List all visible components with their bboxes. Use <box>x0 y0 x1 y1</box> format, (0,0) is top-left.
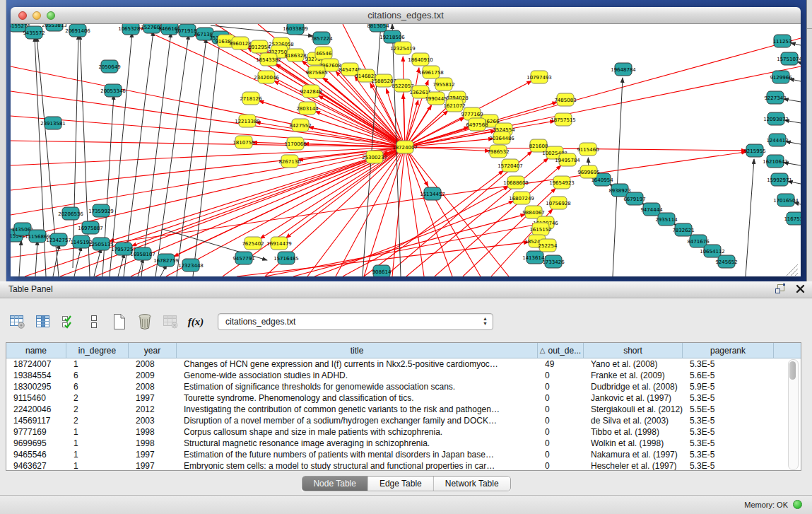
graph-node[interactable]: 8267130 <box>278 155 300 168</box>
graph-node[interactable]: 9699695 <box>577 165 599 178</box>
graph-node[interactable]: 20691406 <box>65 24 90 37</box>
graph-node[interactable]: 17359929 <box>88 204 114 217</box>
graph-node[interactable]: 1170066 <box>284 137 307 150</box>
table-cell[interactable]: 9699695 <box>6 438 66 449</box>
table-row[interactable]: 1456911722003Disruption of a novel membe… <box>6 415 801 426</box>
table-header-row[interactable]: namein_degreeyeartitle△out_de...shortpag… <box>6 343 801 358</box>
table-cell[interactable]: 2012 <box>129 404 177 415</box>
graph-node[interactable]: 18640910 <box>408 53 433 66</box>
table-cell[interactable]: 18300295 <box>6 381 66 392</box>
node-attribute-table[interactable]: namein_degreeyeartitle△out_de...shortpag… <box>6 342 801 471</box>
table-cell[interactable]: 1 <box>66 358 129 370</box>
table-cell[interactable]: de Silva et al. (2003) <box>584 415 683 426</box>
table-row[interactable]: 946362711997Embryonic stem cells: a mode… <box>6 460 801 471</box>
table-cell[interactable]: 49 <box>538 358 584 370</box>
table-cell[interactable]: 9115460 <box>6 392 66 404</box>
table-cell[interactable]: 18724007 <box>6 358 66 370</box>
table-settings-icon[interactable] <box>7 312 28 332</box>
table-cell[interactable]: Disruption of a novel member of a sodium… <box>177 415 538 426</box>
function-builder-icon[interactable]: f(x) <box>185 312 206 332</box>
graph-node[interactable]: 9227343 <box>764 91 786 104</box>
graph-node[interactable]: 20206536 <box>58 207 83 220</box>
network-canvas[interactable]: 1615527694355722055381320691406106532871… <box>11 24 801 276</box>
graph-node[interactable]: 8186328 <box>284 49 306 62</box>
table-cell[interactable]: 1997 <box>129 460 177 471</box>
table-cell[interactable]: 1997 <box>129 392 177 404</box>
import-table-icon[interactable] <box>160 312 181 332</box>
delete-table-icon[interactable] <box>134 312 155 332</box>
table-cell[interactable]: 2008 <box>129 358 177 370</box>
table-cell[interactable]: 5.3E-5 <box>683 392 774 404</box>
table-cell[interactable]: 5.3E-5 <box>683 358 774 370</box>
new-table-icon[interactable] <box>109 312 130 332</box>
graph-node[interactable]: 9457791 <box>233 252 254 264</box>
table-cell[interactable]: 0 <box>538 404 584 415</box>
table-cell[interactable]: 5.3E-5 <box>683 438 774 449</box>
table-cell[interactable]: 5.3E-5 <box>683 449 774 460</box>
table-cell[interactable]: Yano et al. (2008) <box>584 358 683 370</box>
table-cell[interactable]: 0 <box>538 370 584 381</box>
table-cell[interactable]: Jankovic et al. (1997) <box>584 392 683 404</box>
table-body[interactable]: 1872400712008Changes of HCN gene express… <box>6 358 801 471</box>
graph-node[interactable]: 1615152 <box>529 223 551 235</box>
table-cell[interactable]: 0 <box>538 415 584 426</box>
graph-node[interactable]: 6497568 <box>466 118 488 131</box>
graph-node[interactable]: 9129966 <box>770 71 792 83</box>
table-cell[interactable]: Stergiakouli et al. (2012) <box>584 404 683 415</box>
table-cell[interactable]: Estimation of significance thresholds fo… <box>177 381 538 392</box>
column-header-name[interactable]: name <box>6 343 66 358</box>
close-panel-icon[interactable] <box>796 284 805 293</box>
graph-node[interactable]: 9435572 <box>23 26 45 39</box>
column-checklist-icon[interactable] <box>58 312 79 332</box>
table-cell[interactable]: Hescheler et al. (1997) <box>584 460 683 471</box>
table-cell[interactable]: 1 <box>66 426 129 438</box>
graph-node[interactable]: 7832621 <box>672 223 694 236</box>
graph-node[interactable]: 7625402 <box>242 237 264 250</box>
table-cell[interactable]: 1998 <box>129 426 177 438</box>
table-cell[interactable]: 0 <box>538 449 584 460</box>
column-header-out_de[interactable]: △out_de... <box>538 343 584 358</box>
table-cell[interactable]: 5.6E-5 <box>683 370 774 381</box>
graph-node[interactable]: 9875685 <box>305 66 327 78</box>
table-cell[interactable]: Dudbridge et al. (2008) <box>584 381 683 392</box>
table-cell[interactable]: 6 <box>66 370 129 381</box>
graph-node[interactable]: 8912954 <box>248 40 271 53</box>
column-header-short[interactable]: short <box>584 343 683 358</box>
table-cell[interactable]: 2 <box>66 415 129 426</box>
table-vertical-scrollbar[interactable] <box>788 359 799 470</box>
tab-network-table[interactable]: Network Table <box>434 477 510 491</box>
column-header-year[interactable]: year <box>129 343 177 358</box>
table-cell[interactable]: 14569117 <box>6 415 66 426</box>
graph-node[interactable]: 20053346 <box>100 84 126 97</box>
graph-node[interactable]: 2803144 <box>296 102 319 115</box>
table-cell[interactable]: Tourette syndrome. Phenomenology and cla… <box>177 392 538 404</box>
table-cell[interactable]: Corpus callosum shape and size in male p… <box>177 426 538 438</box>
tab-node-table[interactable]: Node Table <box>302 477 368 491</box>
graph-node[interactable]: 1621072 <box>443 99 465 112</box>
graph-node[interactable]: 9242848 <box>300 85 322 98</box>
graph-node[interactable]: 46546 <box>315 47 332 59</box>
graph-node[interactable]: 18757515 <box>551 113 576 126</box>
table-cell[interactable]: 2 <box>66 392 129 404</box>
table-row[interactable]: 977716911998Corpus callosum shape and si… <box>6 426 801 438</box>
window-titlebar[interactable]: citations_edges.txt <box>11 7 801 24</box>
graph-node[interactable]: 1810755 <box>233 136 254 148</box>
resize-grip-icon[interactable] <box>787 264 798 276</box>
graph-node[interactable]: 19648784 <box>611 63 636 76</box>
table-cell[interactable]: 19384554 <box>6 370 66 381</box>
graph-node[interactable]: 1167534 <box>784 212 801 225</box>
graph-node[interactable]: 2718126 <box>240 92 262 105</box>
graph-node[interactable]: 19654923 <box>549 176 575 189</box>
table-cell[interactable]: Structural magnetic resonance image aver… <box>177 438 538 449</box>
table-columns-icon[interactable] <box>33 312 54 332</box>
table-row[interactable]: 1830029562008Estimation of significance … <box>6 381 801 392</box>
table-row[interactable]: 911546021997Tourette syndrome. Phenomeno… <box>6 392 801 404</box>
graph-node[interactable]: 2050649 <box>98 60 120 73</box>
table-cell[interactable]: 5.5E-5 <box>683 404 774 415</box>
graph-node[interactable]: 2935114 <box>655 213 678 226</box>
table-cell[interactable]: 9465546 <box>6 449 66 460</box>
graph-node[interactable]: 9115460 <box>577 143 599 156</box>
column-header-pagerank[interactable]: pagerank <box>683 343 774 358</box>
graph-node[interactable]: 6679197 <box>623 192 645 205</box>
graph-node[interactable]: 1733426 <box>542 255 565 268</box>
